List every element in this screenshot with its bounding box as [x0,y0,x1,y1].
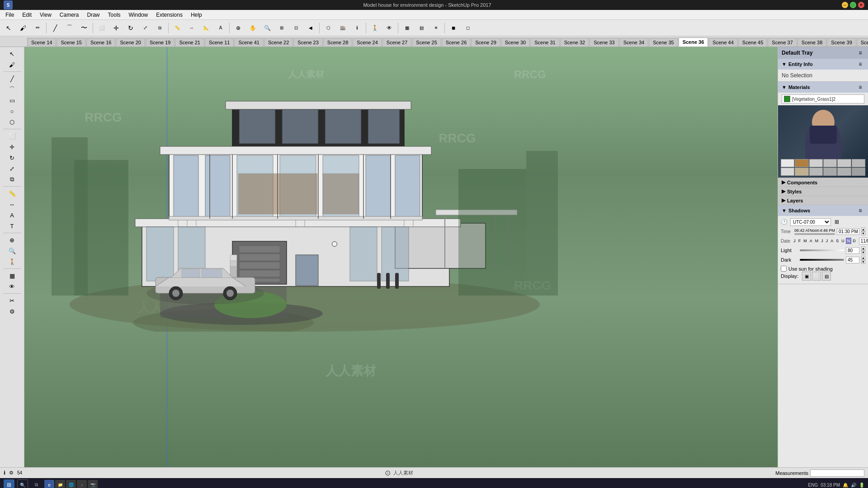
start-button[interactable]: ⊞ [4,479,14,488]
swatch-8[interactable] [795,168,808,176]
scene-tab-16[interactable]: Scene 16 [86,38,115,47]
minimize-button[interactable]: ─ [842,2,848,8]
scene-tab-41[interactable]: Scene 41 [234,38,263,47]
month-d[interactable]: D [851,238,857,244]
circle-left-tool[interactable]: ○ [2,106,22,116]
display-on-ground-btn[interactable]: ⬜ [812,272,821,281]
dark-value-input[interactable] [846,257,859,263]
xray-left-tool[interactable]: 👁 [2,282,22,291]
line-left-tool[interactable]: ╱ [2,74,22,84]
scene-tab-33[interactable]: Scene 33 [590,38,618,47]
scene-tab-38[interactable]: Scene 38 [797,38,826,47]
scene-tab-24[interactable]: Scene 24 [353,38,382,47]
dim-left-tool[interactable]: ↔ [2,199,22,209]
offset-left-tool[interactable]: ⧉ [2,174,22,184]
style-btn-2[interactable]: ◻ [461,21,475,35]
month-u[interactable]: U [840,238,846,244]
look-around-tool[interactable]: 👁 [382,21,396,35]
model-info-tool[interactable]: ℹ [350,21,364,35]
dark-slider[interactable] [800,259,844,261]
month-a1[interactable]: A [808,238,814,244]
light-value-input[interactable] [846,247,859,254]
dark-up-btn[interactable]: ▲ [861,256,865,260]
components-section[interactable]: ▶ Components [778,178,868,187]
time-slider[interactable] [794,233,835,235]
month-j1[interactable]: J [792,238,797,244]
extra-tool-1[interactable]: ✂ [2,296,22,305]
style-btn-1[interactable]: ◼ [447,21,460,35]
time-input[interactable] [837,228,859,235]
date-input[interactable] [859,238,868,244]
taskbar-chrome[interactable]: 🌐 [66,480,76,488]
offset-tool[interactable]: ⧉ [153,21,166,35]
component-tool[interactable]: ⬡ [321,21,335,35]
paint-left-tool[interactable]: 🖌 [2,60,22,70]
measurements-input[interactable] [810,469,864,477]
scene-tab-26[interactable]: Scene 26 [442,38,471,47]
entity-info-options[interactable]: ≡ [856,60,864,68]
swatch-5[interactable] [837,159,851,167]
utc-adjust-button[interactable]: ⊞ [833,218,841,226]
tape-tool[interactable]: 📏 [170,21,184,35]
text-tool[interactable]: A [214,21,227,35]
scene-tab-40[interactable]: Scene 40 [857,38,868,47]
swatch-4[interactable] [823,159,837,167]
menu-file[interactable]: File [2,11,18,19]
scene-tab-27[interactable]: Scene 27 [382,38,411,47]
extra-tool-2[interactable]: ⚙ [2,306,22,316]
month-a2[interactable]: A [829,238,835,244]
scene-tab-32[interactable]: Scene 32 [560,38,589,47]
shadow-tool[interactable]: ☀ [429,21,443,35]
menu-tools[interactable]: Tools [104,11,124,19]
display-from-edges-btn[interactable]: ▤ [822,272,831,281]
time-down-btn[interactable]: ▼ [861,231,865,235]
scene-tab-37[interactable]: Scene 37 [768,38,797,47]
dark-down-btn[interactable]: ▼ [861,260,865,264]
paint-tool[interactable]: 🖌 [16,21,30,35]
swatch-9[interactable] [809,168,823,176]
pushpull-left-tool[interactable]: ⬜ [2,131,22,141]
dimension-tool[interactable]: ↔ [185,21,198,35]
move-tool[interactable]: ✛ [109,21,123,35]
entity-info-header[interactable]: ▼ Entity Info ≡ [778,59,868,70]
viewport[interactable]: RRCG 人人素材 RRCG 人人素材 RRCG 人人素材 RRCG 人人素材 [24,47,778,467]
scene-tab-31[interactable]: Scene 31 [530,38,559,47]
month-j2[interactable]: J [820,238,825,244]
freehand-tool[interactable]: 〜 [77,21,91,35]
select-tool[interactable]: ↖ [2,21,15,35]
scene-tab-28[interactable]: Scene 28 [323,38,352,47]
taskbar-app1[interactable]: ♪ [77,480,87,488]
swatch-2[interactable] [795,159,808,167]
styles-section[interactable]: ▶ Styles [778,187,868,196]
scene-tab-20[interactable]: Scene 20 [116,38,145,47]
material-name-bar[interactable]: [Vegetation_Grass1]2 [782,94,864,103]
walk-tool[interactable]: 🚶 [368,21,382,35]
tray-options-button[interactable]: ≡ [856,49,864,57]
scene-tab-45[interactable]: Scene 45 [738,38,767,47]
taskbar-explorer[interactable]: 📁 [55,480,65,488]
month-m1[interactable]: M [802,238,808,244]
tape-left-tool[interactable]: 📏 [2,188,22,198]
zoom-window-tool[interactable]: ⊞ [275,21,288,35]
scene-tab-34[interactable]: Scene 34 [619,38,648,47]
menu-extensions[interactable]: Extensions [152,11,186,19]
swatch-12[interactable] [852,168,865,176]
taskbar-volume[interactable]: 🔊 [851,483,856,488]
menu-window[interactable]: Window [125,11,152,19]
rotate-left-tool[interactable]: ↻ [2,153,22,163]
scene-tab-35[interactable]: Scene 35 [649,38,678,47]
swatch-7[interactable] [781,168,794,176]
polygon-left-tool[interactable]: ⬡ [2,117,22,127]
zoom-tool[interactable]: 🔍 [260,21,274,35]
month-s[interactable]: S [835,238,840,244]
zoom-left-tool[interactable]: 🔍 [2,246,22,256]
prev-view-tool[interactable]: ◀ [304,21,317,35]
push-pull-tool[interactable]: ⬜ [95,21,108,35]
light-up-btn[interactable]: ▲ [861,246,865,250]
menu-edit[interactable]: Edit [19,11,35,19]
scene-tab-29[interactable]: Scene 29 [471,38,500,47]
search-button[interactable]: 🔍 [17,479,28,488]
month-j3[interactable]: J [825,238,830,244]
scene-tab-25[interactable]: Scene 25 [412,38,441,47]
time-up-btn[interactable]: ▲ [861,227,865,231]
